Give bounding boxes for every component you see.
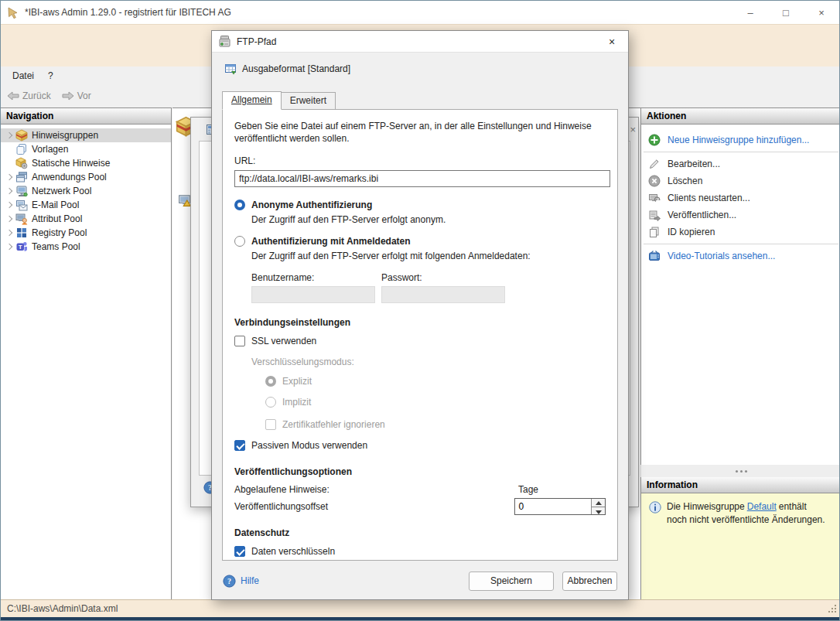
checkbox-encrypt-checked[interactable] bbox=[234, 546, 245, 557]
action-label: Veröffentlichen... bbox=[668, 210, 736, 220]
connection-settings-heading: Verbindungseinstellungen bbox=[234, 317, 606, 328]
delete-icon bbox=[648, 175, 661, 187]
radio-credentials-unselected[interactable] bbox=[234, 236, 245, 247]
actions-list: Neue Hinweisgruppe hinzufügen... Bearbei… bbox=[641, 125, 840, 264]
checkbox-passive-checked[interactable] bbox=[234, 440, 245, 451]
cancel-button[interactable]: Abbrechen bbox=[562, 572, 617, 591]
credentials-labels-row: Benutzername: Passwort: bbox=[251, 272, 606, 283]
action-add-notice-group[interactable]: Neue Hinweisgruppe hinzufügen... bbox=[641, 131, 840, 148]
forward-button[interactable]: Vor bbox=[59, 89, 94, 103]
help-link[interactable]: ? Hilfe bbox=[223, 575, 259, 588]
sidebar-item-label: Anwendungs Pool bbox=[32, 172, 107, 183]
dialog-close-icon[interactable]: × bbox=[602, 36, 622, 48]
username-field bbox=[251, 286, 375, 303]
notice-group-default-link[interactable]: Default bbox=[747, 501, 777, 512]
url-input[interactable] bbox=[234, 170, 610, 187]
pencil-icon bbox=[648, 158, 661, 170]
days-column-label: Tage bbox=[518, 484, 538, 495]
save-button[interactable]: Speichern bbox=[469, 572, 554, 591]
forward-arrow-icon bbox=[62, 91, 74, 101]
sidebar-item-attribut-pool[interactable]: Attribut Pool bbox=[1, 212, 171, 226]
url-label: URL: bbox=[234, 155, 606, 166]
action-restart-clients[interactable]: Clients neustarten... bbox=[641, 189, 840, 206]
information-header: Information bbox=[641, 477, 840, 493]
chevron-right-icon[interactable] bbox=[4, 129, 15, 142]
sidebar-item-netzwerk-pool[interactable]: Netzwerk Pool bbox=[1, 184, 171, 198]
privacy-heading: Datenschutz bbox=[234, 527, 606, 538]
back-button[interactable]: Zurück bbox=[4, 89, 54, 103]
sidebar-item-registry-pool[interactable]: Registry Pool bbox=[1, 226, 171, 240]
action-copy-id[interactable]: ID kopieren bbox=[641, 223, 840, 241]
anonymous-auth-option[interactable]: Anonyme Authentifizierung bbox=[234, 200, 606, 210]
resize-grip-icon[interactable] bbox=[828, 605, 836, 612]
checkbox-ssl-unchecked[interactable] bbox=[234, 336, 245, 346]
tab-panel-allgemein: Geben Sie eine Datei auf einem FTP-Serve… bbox=[222, 109, 618, 561]
implicit-label: Implizit bbox=[282, 397, 311, 408]
navigation-panel: Navigation Hinweisgruppen Vorlagen bbox=[1, 107, 172, 601]
dialog-title: FTP-Pfad bbox=[237, 36, 276, 47]
chevron-right-icon[interactable] bbox=[4, 171, 15, 183]
action-label: Clients neustarten... bbox=[668, 193, 750, 203]
radio-implicit-disabled bbox=[265, 397, 276, 408]
back-arrow-icon bbox=[7, 91, 19, 101]
sidebar-item-email-pool[interactable]: E-Mail Pool bbox=[1, 198, 171, 212]
attribute-pool-icon bbox=[15, 213, 28, 225]
sidebar-item-anwendungs-pool[interactable]: Anwendungs Pool bbox=[1, 170, 171, 184]
ssl-option[interactable]: SSL verwenden bbox=[234, 336, 606, 346]
notice-group-icon bbox=[15, 129, 28, 142]
action-publish[interactable]: Veröffentlichen... bbox=[641, 206, 840, 223]
password-field bbox=[381, 286, 505, 303]
action-label: Neue Hinweisgruppe hinzufügen... bbox=[668, 135, 809, 145]
actions-panel: Aktionen Neue Hinweisgruppe hinzufügen..… bbox=[640, 107, 840, 465]
app-icon bbox=[7, 6, 20, 19]
radio-anonymous-selected[interactable] bbox=[234, 200, 245, 210]
panel-splitter[interactable] bbox=[641, 465, 840, 477]
spinner-buttons bbox=[591, 499, 605, 514]
action-video-tutorials[interactable]: Video-Tutorials ansehen... bbox=[641, 247, 840, 264]
offset-input[interactable] bbox=[515, 499, 591, 514]
close-button[interactable]: × bbox=[804, 1, 839, 24]
menu-help[interactable]: ? bbox=[41, 69, 60, 83]
action-edit[interactable]: Bearbeiten... bbox=[641, 155, 840, 172]
sidebar-item-label: Attribut Pool bbox=[32, 213, 82, 224]
help-icon: ? bbox=[223, 575, 236, 588]
sidebar-item-statische-hinweise[interactable]: Statische Hinweise bbox=[1, 156, 171, 170]
sidebar-item-teams-pool[interactable]: T Teams Pool bbox=[1, 240, 171, 254]
dialog-footer: ? Hilfe Speichern Abbrechen bbox=[212, 562, 628, 599]
menu-file[interactable]: Datei bbox=[5, 69, 41, 83]
chevron-right-icon[interactable] bbox=[4, 185, 15, 197]
spinner-down-icon[interactable] bbox=[592, 507, 605, 515]
credentials-auth-option[interactable]: Authentifizierung mit Anmeldedaten bbox=[234, 236, 606, 247]
background-dialog-close-icon[interactable]: × bbox=[630, 124, 636, 135]
spinner-up-icon[interactable] bbox=[592, 499, 605, 507]
explicit-option: Explizit bbox=[265, 376, 606, 387]
sidebar-item-hinweisgruppen[interactable]: Hinweisgruppen bbox=[1, 128, 171, 142]
minimize-button[interactable]: – bbox=[732, 1, 768, 24]
action-label: ID kopieren bbox=[668, 227, 715, 237]
chevron-right-icon[interactable] bbox=[4, 227, 15, 239]
encrypt-data-option[interactable]: Daten verschlüsseln bbox=[234, 546, 606, 557]
encrypt-data-label: Daten verschlüsseln bbox=[251, 546, 335, 557]
publish-icon bbox=[648, 209, 661, 221]
chevron-right-icon[interactable] bbox=[4, 199, 15, 211]
dialog-description: Geben Sie eine Datei auf einem FTP-Serve… bbox=[234, 121, 615, 145]
output-format-label: Ausgabeformat [Standard] bbox=[242, 63, 350, 74]
splitter-dots-icon bbox=[740, 470, 743, 473]
title-bar: *IBI-aws Admin 1.29.0 - registriert für … bbox=[1, 1, 839, 24]
passive-mode-option[interactable]: Passiven Modus verwenden bbox=[234, 440, 606, 451]
sidebar-item-vorlagen[interactable]: Vorlagen bbox=[1, 142, 171, 156]
tab-erweitert[interactable]: Erweitert bbox=[282, 92, 336, 110]
certificate-errors-label: Zertifikatfehler ignorieren bbox=[282, 419, 385, 430]
ssl-label: SSL verwenden bbox=[251, 336, 316, 346]
maximize-button[interactable]: □ bbox=[768, 1, 804, 24]
chevron-right-icon[interactable] bbox=[4, 213, 15, 225]
credentials-auth-description: Der Zugriff auf den FTP-Server erfolgt m… bbox=[251, 251, 606, 261]
back-label: Zurück bbox=[22, 90, 51, 101]
action-delete[interactable]: Löschen bbox=[641, 172, 840, 189]
actions-separator bbox=[644, 152, 838, 152]
output-format-row: Ausgabeformat [Standard] bbox=[224, 62, 628, 76]
publishing-offset-label: Veröffentlichungsoffset bbox=[234, 501, 514, 512]
navigation-tree: Hinweisgruppen Vorlagen Statische Hinwei… bbox=[1, 125, 171, 254]
chevron-right-icon[interactable] bbox=[4, 241, 15, 253]
tab-allgemein[interactable]: Allgemein bbox=[222, 91, 282, 110]
